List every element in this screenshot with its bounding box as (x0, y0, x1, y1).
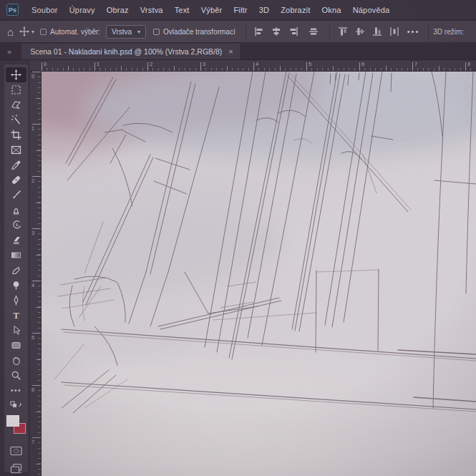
history-brush-tool[interactable] (6, 218, 26, 233)
menu-text[interactable]: Text (169, 6, 195, 14)
align-center-horizontal-icon[interactable] (308, 26, 319, 37)
history-brush-icon (11, 220, 21, 230)
crop-tool[interactable] (6, 127, 26, 142)
spot-healing-brush-tool[interactable] (6, 173, 26, 188)
color-swatches[interactable] (6, 414, 26, 439)
menu-filtr[interactable]: Filtr (228, 6, 253, 14)
magic-wand-tool[interactable] (6, 112, 26, 127)
menu-vrstva[interactable]: Vrstva (135, 6, 169, 14)
lasso-tool[interactable] (6, 97, 26, 112)
ruler-number: 3 (203, 61, 205, 67)
ruler-number: 4 (256, 61, 258, 67)
clone-stamp-icon (11, 205, 21, 215)
document-title: Scena 01 - Nakladani knih.psd @ 100% (Vr… (30, 47, 222, 56)
smudge-tool[interactable] (6, 263, 26, 278)
menu-upravy[interactable]: Úpravy (64, 6, 101, 14)
ruler-number: 6 (31, 387, 34, 393)
menu-vyber[interactable]: Výběr (195, 6, 228, 14)
ruler-number: 4 (31, 282, 34, 288)
quick-mask-button[interactable] (6, 443, 26, 458)
hand-icon (11, 355, 21, 366)
panel-expand-icon[interactable]: » (7, 47, 11, 56)
menu-obraz[interactable]: Obraz (101, 6, 135, 14)
swap-colors-button[interactable] (6, 398, 26, 413)
ruler-number: 5 (309, 61, 311, 67)
ruler-number: 7 (31, 439, 34, 445)
ruler-number: 1 (31, 125, 34, 132)
divider (246, 24, 246, 39)
align-left-icon[interactable] (253, 26, 265, 37)
auto-select-scope-dropdown[interactable]: Vrstva ▾ (106, 25, 146, 39)
dodge-tool[interactable] (6, 278, 26, 293)
eraser-tool[interactable] (6, 233, 26, 248)
ruler-number: 6 (361, 61, 364, 67)
home-icon[interactable]: ⌂ (7, 26, 14, 38)
zoom-tool[interactable] (6, 368, 26, 383)
path-selection-tool[interactable] (6, 323, 26, 338)
brush-tool[interactable] (6, 188, 26, 203)
shape-tool[interactable] (6, 338, 26, 353)
menu-3d[interactable]: 3D (253, 6, 275, 14)
ruler-number: 0 (44, 61, 47, 67)
screen-mode-button[interactable] (6, 461, 26, 476)
marquee-icon (11, 84, 21, 95)
ruler-number: 3 (31, 230, 34, 236)
menu-napoveda[interactable]: Nápověda (347, 6, 396, 14)
frame-tool[interactable] (6, 142, 26, 157)
more-align-options-icon[interactable]: ••• (407, 27, 420, 36)
menu-soubor[interactable]: Soubor (26, 6, 64, 14)
divider (428, 24, 429, 39)
3d-mode-label: 3D režim: (433, 28, 464, 36)
align-center-vertical-icon[interactable] (271, 26, 282, 37)
wand-icon (11, 115, 21, 125)
ruler-number: 2 (150, 61, 152, 67)
ruler-number: 0 (31, 73, 34, 79)
chevron-down-icon: ▾ (137, 29, 140, 35)
selection-arrow-icon (11, 325, 21, 336)
tools-panel: T (0, 60, 30, 476)
more-tools-button[interactable]: ••• (6, 383, 26, 398)
eyedropper-tool[interactable] (6, 157, 26, 173)
align-bottom-icon[interactable] (371, 26, 383, 37)
distribute-middle-icon[interactable] (354, 26, 366, 37)
transform-controls-checkbox[interactable] (153, 29, 160, 35)
document-canvas[interactable] (42, 72, 476, 476)
crop-icon (11, 130, 21, 140)
photoshop-logo-icon[interactable]: Ps (6, 4, 19, 16)
lasso-icon (11, 99, 21, 110)
dropdown-value: Vrstva (112, 28, 132, 36)
align-right-icon[interactable] (288, 26, 299, 37)
clone-stamp-tool[interactable] (6, 203, 26, 218)
ruler-number: 1 (97, 61, 99, 67)
type-tool[interactable]: T (6, 308, 26, 323)
document-tab[interactable]: Scena 01 - Nakladani knih.psd @ 100% (Vr… (21, 44, 241, 59)
hand-tool[interactable] (6, 353, 26, 368)
distribute-horizontal-icon[interactable] (389, 26, 400, 37)
smudge-icon (11, 265, 21, 276)
transform-controls-label: Ovladače transformací (163, 28, 235, 36)
align-top-icon[interactable] (337, 26, 349, 37)
chevron-down-icon: ▾ (31, 29, 34, 35)
pen-tool[interactable] (6, 293, 26, 308)
gradient-tool[interactable] (6, 248, 26, 263)
dodge-icon (11, 280, 21, 291)
menu-zobrazit[interactable]: Zobrazit (275, 6, 316, 14)
type-icon: T (13, 310, 19, 321)
vertical-ruler[interactable]: 0 1 2 3 4 5 6 7 (30, 72, 42, 476)
rectangular-marquee-tool[interactable] (6, 82, 26, 97)
close-icon[interactable]: × (228, 47, 233, 56)
foreground-color-swatch[interactable] (6, 415, 19, 427)
horizontal-ruler[interactable]: 0 1 2 3 4 5 6 7 8 (30, 60, 476, 72)
ruler-number: 8 (467, 61, 470, 67)
move-icon (19, 26, 29, 37)
divider (329, 24, 330, 39)
auto-select-checkbox[interactable] (40, 29, 47, 35)
ellipsis-icon: ••• (11, 387, 21, 394)
menu-okna[interactable]: Okna (316, 6, 347, 14)
ruler-number: 2 (31, 178, 34, 184)
current-tool-preset[interactable]: ▾ (19, 26, 34, 37)
move-tool[interactable] (6, 67, 26, 82)
brush-icon (11, 190, 21, 200)
document-tab-bar: » Scena 01 - Nakladani knih.psd @ 100% (… (0, 44, 476, 60)
pen-icon (11, 295, 21, 306)
